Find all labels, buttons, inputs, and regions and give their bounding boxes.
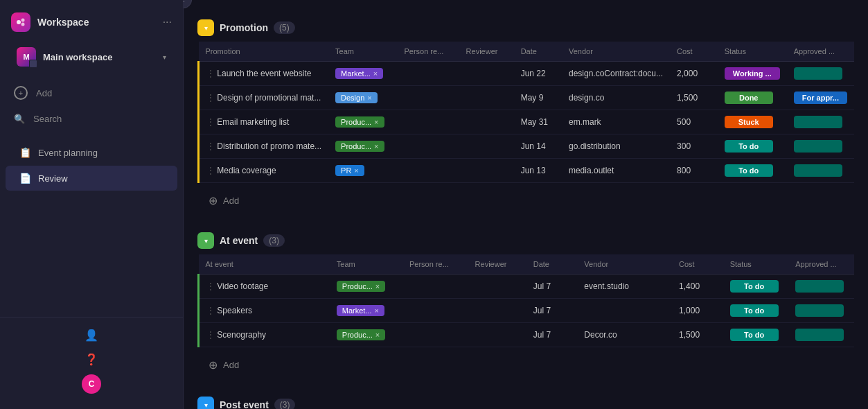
row-reviewer xyxy=(459,86,514,110)
row-name[interactable]: ⋮ Scenography xyxy=(199,323,330,347)
search-item[interactable]: 🔍 Search xyxy=(0,107,183,131)
approved-badge[interactable] xyxy=(795,280,844,293)
row-date: Jul 7 xyxy=(526,275,578,299)
app-logo xyxy=(11,12,30,32)
add-promotion-row[interactable]: ⊕ Add xyxy=(197,189,854,213)
row-person xyxy=(397,86,459,110)
drag-handle[interactable]: ⋮ xyxy=(206,141,215,151)
row-date: May 31 xyxy=(514,110,562,134)
group-promotion-count: (5) xyxy=(274,21,295,34)
team-tag[interactable]: Produc... × xyxy=(335,116,384,128)
status-badge[interactable]: Done xyxy=(725,92,773,104)
users-icon-button[interactable]: 👤 xyxy=(0,323,183,347)
sidebar-item-event-planning[interactable]: 📋 Event planning xyxy=(6,140,177,165)
table-row: ⋮ Speakers Market... × Jul 7 1,000 To do xyxy=(199,299,855,323)
status-badge[interactable]: To do xyxy=(730,304,779,317)
team-tag[interactable]: Produc... × xyxy=(337,329,385,340)
sidebar-nav: 📋 Event planning 📄 Review xyxy=(0,137,183,317)
main-workspace-item[interactable]: M Main workspace ▾ xyxy=(6,42,177,72)
user-avatar[interactable]: C xyxy=(82,374,101,394)
drag-handle[interactable]: ⋮ xyxy=(206,93,215,103)
tag-remove[interactable]: × xyxy=(373,69,378,78)
status-badge[interactable]: To do xyxy=(725,140,773,153)
approved-badge[interactable] xyxy=(794,67,842,80)
status-badge[interactable]: Working ... xyxy=(725,67,780,80)
row-name[interactable]: ⋮ Design of promotional mat... xyxy=(199,86,329,110)
approved-badge[interactable] xyxy=(795,304,844,317)
row-reviewer xyxy=(468,275,526,299)
add-item[interactable]: + Add xyxy=(0,79,183,107)
team-tag[interactable]: Produc... × xyxy=(335,141,384,152)
group-at-event-count: (3) xyxy=(263,234,285,247)
approved-badge[interactable] xyxy=(794,116,842,128)
status-badge[interactable]: Stuck xyxy=(725,116,773,128)
group-post-event-header: ▾ Post event (3) xyxy=(197,391,854,409)
drag-handle[interactable]: ⋮ xyxy=(206,117,215,127)
tag-remove[interactable]: × xyxy=(367,94,371,102)
row-reviewer xyxy=(459,62,514,86)
status-badge[interactable]: To do xyxy=(725,164,773,177)
col-header-vendor: Vendor xyxy=(562,42,670,62)
row-status: To do xyxy=(718,134,787,159)
row-team: Produc... × xyxy=(328,110,397,134)
row-cost: 1,500 xyxy=(670,86,718,110)
help-icon-button[interactable]: ❓ xyxy=(0,347,183,372)
col-header-name: Promotion xyxy=(199,42,329,62)
tag-remove[interactable]: × xyxy=(374,118,378,126)
add-icon: + xyxy=(14,86,28,100)
row-name[interactable]: ⋮ Media coverage xyxy=(199,159,329,183)
tag-remove[interactable]: × xyxy=(354,166,358,175)
drag-handle[interactable]: ⋮ xyxy=(206,281,215,291)
event-planning-icon: 📋 xyxy=(19,147,31,158)
group-at-event-toggle[interactable]: ▾ xyxy=(197,232,214,249)
approved-badge[interactable]: For appr... xyxy=(794,92,847,104)
row-name[interactable]: ⋮ Email marketing list xyxy=(199,110,329,134)
status-badge[interactable]: To do xyxy=(730,329,779,341)
team-tag[interactable]: Design × xyxy=(335,92,378,103)
row-status: To do xyxy=(723,299,789,323)
approved-badge[interactable] xyxy=(794,164,842,177)
tag-remove[interactable]: × xyxy=(374,142,378,150)
workspace-menu-button[interactable]: ··· xyxy=(163,16,172,28)
row-name[interactable]: ⋮ Speakers xyxy=(199,299,330,323)
svg-point-1 xyxy=(21,19,25,22)
row-vendor: Decor.co xyxy=(577,323,672,347)
group-at-event-name: At event xyxy=(220,235,258,246)
team-tag[interactable]: Produc... × xyxy=(337,281,385,292)
team-tag[interactable]: Market... × xyxy=(337,305,384,316)
table-row: ⋮ Scenography Produc... × Jul 7 Decor.co… xyxy=(199,323,855,347)
team-tag[interactable]: Market... × xyxy=(335,68,383,79)
group-promotion-toggle[interactable]: ▾ xyxy=(197,19,214,36)
tag-remove[interactable]: × xyxy=(375,306,379,315)
row-reviewer xyxy=(459,159,514,183)
add-at-event-row[interactable]: ⊕ Add xyxy=(197,353,854,377)
col-header-vendor: Vendor xyxy=(577,254,672,275)
drag-handle[interactable]: ⋮ xyxy=(206,330,215,340)
group-post-event-toggle[interactable]: ▾ xyxy=(197,397,214,409)
row-date: Jun 22 xyxy=(514,62,562,86)
row-name[interactable]: ⋮ Distribution of promo mate... xyxy=(199,134,329,159)
drag-handle[interactable]: ⋮ xyxy=(206,69,215,78)
row-name[interactable]: ⋮ Video footage xyxy=(199,275,330,299)
drag-handle[interactable]: ⋮ xyxy=(206,166,215,175)
status-badge[interactable]: To do xyxy=(730,280,779,293)
row-vendor: design.coContract:docu... xyxy=(562,62,670,86)
col-header-cost: Cost xyxy=(670,42,718,62)
approved-badge[interactable] xyxy=(794,140,842,153)
col-header-approved: Approved ... xyxy=(788,254,854,275)
row-approved xyxy=(787,134,854,159)
row-name[interactable]: ⋮ Launch the event website xyxy=(199,62,329,86)
tag-remove[interactable]: × xyxy=(375,331,380,339)
drag-handle[interactable]: ⋮ xyxy=(206,306,215,315)
table-row: ⋮ Video footage Produc... × Jul 7 event.… xyxy=(199,275,855,299)
sidebar-item-review[interactable]: 📄 Review xyxy=(6,166,177,191)
group-post-event: ▾ Post event (3) Post event Team Person … xyxy=(197,391,854,409)
approved-badge[interactable] xyxy=(795,329,844,341)
tag-remove[interactable]: × xyxy=(375,282,380,290)
row-cost: 2,000 xyxy=(670,62,718,86)
table-row: ⋮ Email marketing list Produc... × May 3… xyxy=(199,110,855,134)
team-tag[interactable]: PR × xyxy=(335,165,364,176)
row-team: Produc... × xyxy=(330,275,402,299)
sidebar-actions: + Add 🔍 Search xyxy=(0,73,183,137)
row-status: To do xyxy=(718,159,787,183)
